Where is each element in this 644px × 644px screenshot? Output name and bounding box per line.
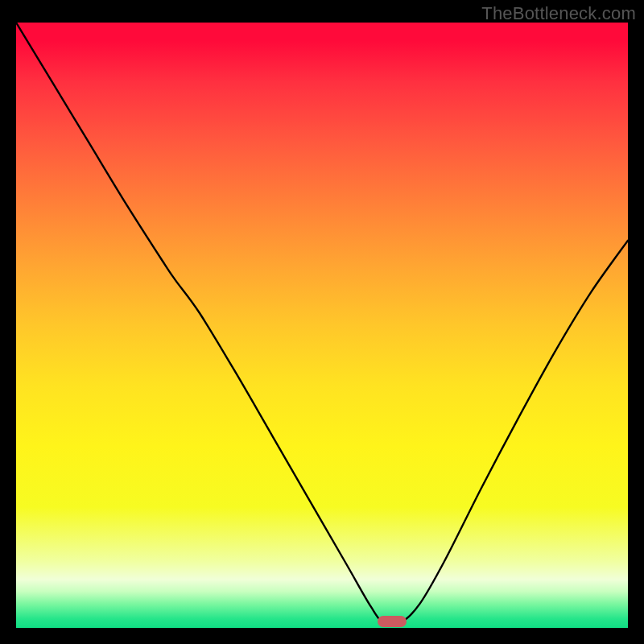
- bottleneck-curve: [16, 23, 628, 628]
- plot-area: [16, 23, 628, 628]
- watermark-text: TheBottleneck.com: [481, 3, 636, 24]
- chart-frame: TheBottleneck.com: [0, 0, 644, 644]
- curve-path: [16, 23, 628, 624]
- optimal-marker: [378, 616, 407, 627]
